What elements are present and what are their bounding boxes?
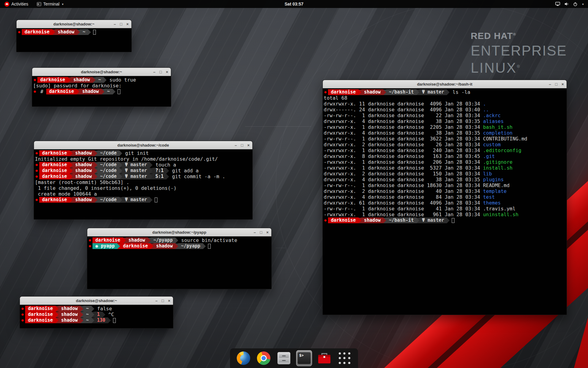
terminal-text: ^C <box>105 312 114 317</box>
minimize-button[interactable]: – <box>549 82 551 86</box>
redhat-prompt-icon: ● <box>21 306 24 312</box>
window-titlebar[interactable]: darknoise@shadow:~/bash-it – □ × <box>323 80 567 88</box>
terminal-text: CONTRIBUTING.md <box>483 136 527 142</box>
terminal-text: drwxrwxr-x. 61 darknoise darknoise 4096 … <box>324 200 483 206</box>
powerline-arrow-icon <box>119 168 122 174</box>
dock-item-firefox[interactable] <box>236 350 251 366</box>
terminal-line: ●darknoiseshadow~1 ^C <box>21 312 172 317</box>
close-button[interactable]: × <box>166 70 168 74</box>
close-button[interactable]: × <box>561 82 564 86</box>
maximize-button[interactable]: □ <box>260 230 262 234</box>
terminal-line: drwxrwxr-x. 4 darknoise darknoise 38 Jan… <box>324 118 566 124</box>
powerline-arrow-icon <box>148 238 151 243</box>
powerline-arrow-icon <box>70 151 73 156</box>
powerline-arrow-icon <box>166 174 169 179</box>
activities-button[interactable]: Activities <box>3 0 29 8</box>
dock-item-files[interactable] <box>276 350 292 366</box>
dock-item-toolbox[interactable] <box>316 350 332 366</box>
close-button[interactable]: × <box>266 230 269 234</box>
terminal-text: -rwxrwxr-x. 1 darknoise darknoise 240 Ja… <box>324 148 483 153</box>
powerline-arrow-icon <box>119 162 122 168</box>
terminal-text: -rw-rw-r--. 1 darknoise darknoise 41 Jan… <box>324 206 483 212</box>
prompt-segment: darknoise <box>25 312 55 317</box>
window-titlebar[interactable]: darknoise@shadow:~ – □ × <box>17 20 131 28</box>
close-button[interactable]: × <box>126 22 129 26</box>
terminal-text: install.sh <box>483 165 512 171</box>
chevron-down-icon: ▾ <box>62 2 63 6</box>
window-titlebar[interactable]: darknoise@shadow:~ – □ × <box>20 297 173 305</box>
terminal-text: drwxrwxr-x. 4 darknoise darknoise 38 Jan… <box>324 118 483 124</box>
system-status-area[interactable]: ▾ <box>555 2 588 6</box>
terminal-text: .editorconfig <box>483 148 521 153</box>
powerline-arrow-icon <box>77 89 79 94</box>
maximize-button[interactable]: □ <box>162 299 164 303</box>
terminal-line: ● # darknoiseshadow~ <box>33 89 170 94</box>
dock-item-chrome[interactable] <box>256 350 272 366</box>
prompt-segment: darknoise <box>25 306 55 312</box>
window-titlebar[interactable]: darknoise@shadow:~/pyapp – □ × <box>87 228 271 236</box>
powerline-arrow-icon <box>417 90 419 95</box>
minimize-button[interactable]: – <box>153 70 155 74</box>
prompt-segment: ~/bash-it <box>386 89 417 95</box>
terminal-window-sudo[interactable]: darknoise@shadow:~ – □ × ●darknoiseshado… <box>32 67 171 107</box>
terminal-window-code[interactable]: darknoise@shadow:~/code – □ × ●darknoise… <box>34 141 253 220</box>
minimize-button[interactable]: – <box>155 299 157 303</box>
minimize-button[interactable]: – <box>235 143 237 147</box>
terminal-window-bash-it[interactable]: darknoise@shadow:~/bash-it – □ × ●darkno… <box>322 80 567 315</box>
powerline-arrow-icon <box>203 243 206 249</box>
powerline-arrow-icon <box>150 168 153 174</box>
terminal-text: ls -la <box>450 89 470 95</box>
terminal-line: drwxrwxr-x. 4 darknoise darknoise 38 Jan… <box>324 177 566 182</box>
window-titlebar[interactable]: darknoise@shadow:~/code – □ × <box>34 141 252 149</box>
files-icon <box>277 352 290 364</box>
terminal-line: Initialized empty Git repository in /hom… <box>35 156 251 162</box>
powerline-arrow-icon <box>119 197 122 203</box>
maximize-button[interactable]: □ <box>555 82 558 86</box>
close-button[interactable]: × <box>168 299 170 303</box>
redhat-prompt-icon: ● <box>18 29 20 35</box>
redhat-prompt-icon: ● <box>21 312 24 317</box>
terminal-line: [master (root-commit) 50bcb63] . <box>35 179 251 185</box>
firefox-icon <box>237 351 250 365</box>
terminal-content[interactable]: ●darknoiseshadow~/code git initInitializ… <box>34 149 252 219</box>
maximize-button[interactable]: □ <box>160 70 162 74</box>
terminal-line: drwxrwxr-x. 4 darknoise darknoise 38 Jan… <box>324 130 566 136</box>
prompt-segment: shadow <box>58 306 81 312</box>
powerline-arrow-icon <box>150 197 153 203</box>
powerline-arrow-icon <box>383 218 386 223</box>
prompt-segment: shadow <box>73 197 95 203</box>
window-title: darknoise@shadow:~/pyapp <box>152 230 206 235</box>
powerline-arrow-icon <box>417 218 419 223</box>
terminal-line: -rwxrwxr-x. 1 darknoise darknoise 240 Ja… <box>324 148 566 153</box>
terminal-text: git commit -a -m . <box>169 174 225 179</box>
minimize-button[interactable]: – <box>114 22 116 26</box>
terminal-window-pyapp[interactable]: darknoise@shadow:~/pyapp – □ × ●darknois… <box>87 228 272 289</box>
maximize-button[interactable]: □ <box>120 22 123 26</box>
clock[interactable]: Sat 03:57 <box>285 2 303 6</box>
prompt-segment: Ψ master <box>419 217 447 223</box>
prompt-segment: ~/code <box>97 162 119 168</box>
window-titlebar[interactable]: darknoise@shadow:~ – □ × <box>32 68 171 76</box>
maximize-button[interactable]: □ <box>241 143 243 147</box>
minimize-button[interactable]: – <box>254 230 256 234</box>
terminal-content[interactable]: ●darknoiseshadow~/pyapp source bin/activ… <box>87 236 271 289</box>
terminal-text: lib <box>483 171 492 177</box>
terminal-text: .ackrc <box>483 113 501 118</box>
close-button[interactable]: × <box>247 143 250 147</box>
dock-item-app-grid[interactable] <box>337 350 352 366</box>
terminal-text: -rw-rw-r--. 1 darknoise darknoise 22 Jan… <box>324 113 483 118</box>
terminal-cursor <box>155 197 157 202</box>
dock-item-terminal[interactable]: $> <box>296 350 312 366</box>
terminal-content[interactable]: ●darknoiseshadow~/bash-itΨ master ls -la… <box>323 88 567 315</box>
redhat-prompt-icon: ● <box>36 150 38 156</box>
terminal-window-home-2[interactable]: darknoise@shadow:~ – □ × ●darknoiseshado… <box>20 296 173 328</box>
terminal-content[interactable]: ●darknoiseshadow~ sudo true[sudo] passwo… <box>32 76 171 106</box>
terminal-content[interactable]: ●darknoiseshadow~ false●darknoiseshadow~… <box>20 305 173 328</box>
terminal-text: drwxrwxr-x. 4 darknoise darknoise 38 Jan… <box>324 177 483 182</box>
terminal-window-home-1[interactable]: darknoise@shadow:~ – □ × ●darknoiseshado… <box>16 20 132 52</box>
powerline-arrow-icon <box>383 90 386 95</box>
prompt-segment: ◉ pyapp <box>92 243 117 249</box>
terminal-text: # <box>37 89 46 94</box>
terminal-content[interactable]: ●darknoiseshadow~ <box>17 28 131 52</box>
app-menu-terminal[interactable]: Terminal ▾ <box>36 0 65 8</box>
